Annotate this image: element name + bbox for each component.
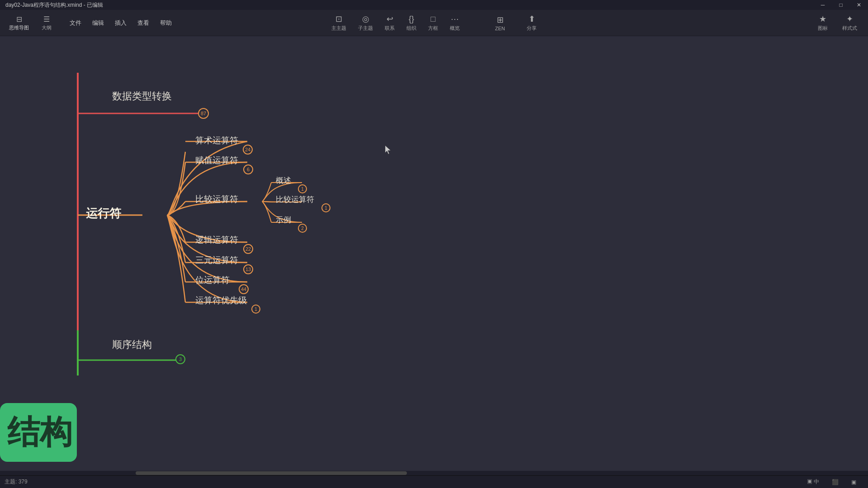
file-menu-bar: 文件 编辑 插入 查看 帮助 [65,18,176,28]
topic-count: 主题: 379 [5,478,28,486]
toolbar-center: ⊡ 主主题 ◎ 子主题 ↩ 联系 {} 组织 □ 方框 ⋯ 概览 ⊞ ZEN [326,12,542,33]
star-icon: ★ [819,14,826,24]
box-icon: □ [431,14,436,24]
menu-edit[interactable]: 编辑 [92,19,104,27]
link-button[interactable]: ↩ 联系 [379,12,400,33]
window-controls: ─ □ ✕ [814,0,868,10]
zoom-percent: ▣ [851,479,856,485]
mindmap-svg [0,36,868,475]
mindmap-view-button[interactable]: ⊟ 思维导图 [5,13,33,33]
icon-label: 图标 [818,25,828,32]
menu-insert[interactable]: 插入 [115,19,127,27]
group-button[interactable]: {} 组织 [401,13,422,33]
overview-label: 概览 [450,25,460,32]
zen-button[interactable]: ⊞ ZEN [490,13,510,33]
sub-topic-button[interactable]: ◎ 子主题 [353,12,378,33]
mindmap-icon: ⊟ [16,15,22,23]
zen-icon: ⊞ [497,15,504,25]
canvas[interactable]: 数据类型转换 87 运行符 算术运算符 24 赋值运算符 6 比较运算符 概述 … [0,36,868,475]
group-label: 组织 [406,25,416,32]
sub-topic-icon: ◎ [362,14,369,24]
sub-topic-label: 子主题 [358,25,373,32]
partial-node-text: 结构 [7,411,77,454]
title-text: day02-Java程序语句结构.xmind - 已编辑 [5,1,103,9]
view-level: ▣ 中 [807,478,819,486]
close-button[interactable]: ✕ [850,0,868,10]
menu-bar: ⊟ 思维导图 ☰ 大纲 文件 编辑 插入 查看 帮助 ⊡ 主主题 ◎ 子主题 ↩… [0,10,868,36]
outline-view-button[interactable]: ☰ 大纲 [37,13,56,33]
zen-label: ZEN [495,26,505,31]
share-icon: ⬆ [528,14,535,24]
share-label: 分享 [527,25,537,32]
title-bar: day02-Java程序语句结构.xmind - 已编辑 ─ □ ✕ [0,0,868,10]
style-button[interactable]: ✦ 样式式 [836,12,863,33]
box-button[interactable]: □ 方框 [423,13,443,33]
icon-button[interactable]: ★ 图标 [811,12,834,33]
outline-label: 大纲 [42,24,52,31]
link-icon: ↩ [387,14,393,24]
minimize-button[interactable]: ─ [814,0,832,10]
main-topic-icon: ⊡ [335,14,342,24]
style-icon: ✦ [846,14,853,24]
main-topic-label: 主主题 [331,25,346,32]
zoom-icon: ⬛ [832,479,839,485]
horizontal-scrollbar[interactable] [0,471,868,475]
group-icon: {} [409,14,414,24]
overview-button[interactable]: ⋯ 概览 [444,12,465,33]
menu-view[interactable]: 查看 [137,19,149,27]
link-label: 联系 [385,25,395,32]
partial-node-bottom-left[interactable]: 结构 [0,403,77,462]
style-label: 样式式 [842,25,857,32]
view-toggle-group: ⊟ 思维导图 ☰ 大纲 [5,13,56,33]
status-bar: 主题: 379 ▣ 中 ⬛ ▣ [0,475,868,488]
status-right: ▣ 中 ⬛ ▣ [807,478,863,486]
maximize-button[interactable]: □ [832,0,850,10]
outline-icon: ☰ [43,15,50,23]
main-topic-button[interactable]: ⊡ 主主题 [326,12,352,33]
menu-file[interactable]: 文件 [70,19,81,27]
mindmap-label: 思维导图 [9,24,29,31]
share-button[interactable]: ⬆ 分享 [521,12,542,33]
toolbar-right: ★ 图标 ✦ 样式式 [811,12,863,33]
box-label: 方框 [428,25,438,32]
menu-help[interactable]: 帮助 [160,19,172,27]
scrollbar-thumb[interactable] [136,471,407,475]
overview-icon: ⋯ [451,14,459,24]
